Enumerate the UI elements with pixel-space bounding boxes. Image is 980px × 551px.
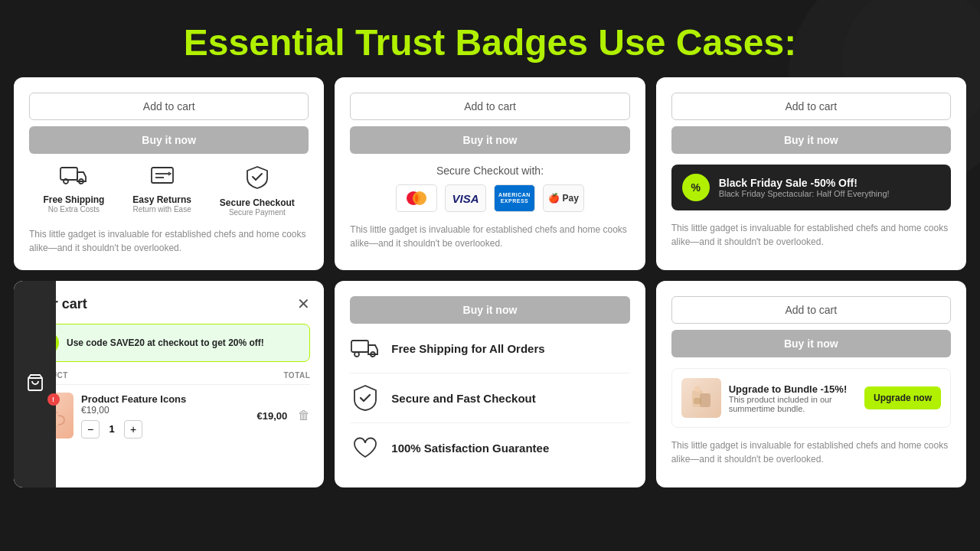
- card-trust-badges: Add to cart Buy it now Free Shipping No …: [14, 77, 324, 270]
- qty-control: − 1 +: [81, 420, 250, 439]
- title-green: Use Cases:: [598, 22, 796, 63]
- mastercard-icon: [396, 184, 437, 212]
- buy-now-btn-2[interactable]: Buy it now: [350, 126, 629, 154]
- apple-pay-icon: 🍎 Pay: [543, 184, 584, 212]
- card-cart: ! Your cart ✕ % Use code SAVE20 at check…: [14, 281, 324, 487]
- payment-icons: VISA AMERICAN EXPRESS 🍎 Pay: [350, 184, 629, 212]
- trust-badges-row: Free Shipping No Extra Costs Easy Return…: [29, 165, 309, 217]
- promo-text: Use code SAVE20 at checkout to get 20% o…: [67, 337, 264, 348]
- buy-now-btn-1[interactable]: Buy it now: [29, 126, 309, 154]
- badge-easy-returns: Easy Returns Return with Ease: [132, 165, 191, 217]
- cart-sidebar-overlay: !: [14, 281, 56, 487]
- svg-rect-14: [351, 341, 368, 352]
- feature-item-security: Secure and Fast Checkout: [350, 373, 629, 423]
- returns-icon: [149, 165, 176, 191]
- bottom-grid: ! Your cart ✕ % Use code SAVE20 at check…: [0, 281, 980, 487]
- shield-icon: [243, 165, 271, 194]
- page-title: Essential Trust Badges Use Cases:: [0, 21, 980, 64]
- feature-label-satisfaction: 100% Satisfaction Guarantee: [391, 442, 549, 455]
- promo-banner: % Use code SAVE20 at checkout to get 20%…: [28, 324, 310, 362]
- card-black-friday: Add to cart Buy it now % Black Friday Sa…: [656, 77, 966, 270]
- add-to-cart-btn-6[interactable]: Add to cart: [671, 296, 951, 324]
- badge-free-shipping-sub: No Extra Costs: [48, 205, 100, 214]
- badge-secure-checkout: Secure Checkout Secure Payment: [220, 165, 295, 217]
- title-white: Essential Trust Badges: [184, 22, 588, 63]
- card3-description: This little gadget is invaluable for est…: [671, 221, 951, 249]
- page-header: Essential Trust Badges Use Cases:: [0, 0, 980, 77]
- feature-item-shipping: Free Shipping for All Orders: [350, 324, 629, 373]
- cart-delete-btn[interactable]: 🗑: [298, 409, 310, 422]
- bf-title: Black Friday Sale -50% Off!: [719, 177, 890, 189]
- badge-secure-checkout-title: Secure Checkout: [220, 197, 295, 208]
- cart-item-price: €19,00: [81, 405, 250, 416]
- feature-label-security: Secure and Fast Checkout: [391, 392, 535, 405]
- qty-decrease-btn[interactable]: −: [81, 420, 100, 439]
- add-to-cart-btn-2[interactable]: Add to cart: [350, 93, 629, 120]
- bundle-title: Upgrade to Bundle -15%!: [729, 383, 857, 395]
- upgrade-now-btn[interactable]: Upgrade now: [864, 386, 941, 409]
- add-to-cart-btn-3[interactable]: Add to cart: [671, 93, 951, 120]
- svg-rect-2: [60, 168, 77, 180]
- cart-close-button[interactable]: ✕: [297, 295, 310, 313]
- svg-point-3: [64, 179, 68, 184]
- badge-free-shipping-title: Free Shipping: [43, 194, 104, 205]
- top-grid: Add to cart Buy it now Free Shipping No …: [0, 77, 980, 270]
- card1-description: This little gadget is invaluable for est…: [29, 227, 309, 255]
- cart-table-header: PRODUCT TOTAL: [28, 371, 310, 385]
- black-friday-banner: % Black Friday Sale -50% Off! Black Frid…: [671, 165, 951, 210]
- bf-subtitle: Black Friday Spectacular: Half Off Every…: [719, 189, 890, 198]
- cart-overlay-icon: !: [26, 373, 44, 395]
- qty-increase-btn[interactable]: +: [124, 420, 142, 439]
- visa-icon: VISA: [445, 184, 486, 212]
- security-icon: [350, 383, 381, 413]
- feature-list: Free Shipping for All Orders Secure and …: [350, 324, 629, 472]
- bf-percent-icon: %: [682, 174, 710, 201]
- card6-description: This little gadget is invaluable for est…: [671, 439, 951, 466]
- bundle-subtitle: This product included in our summertime …: [729, 395, 857, 413]
- bundle-text: Upgrade to Bundle -15%! This product inc…: [729, 383, 857, 413]
- badge-easy-returns-sub: Return with Ease: [133, 205, 191, 214]
- cart-item: Product Feature Icons €19,00 − 1 + €19,0…: [28, 393, 310, 439]
- cart-item-name: Product Feature Icons: [81, 393, 250, 405]
- add-to-cart-btn-1[interactable]: Add to cart: [29, 93, 309, 120]
- cart-item-total: €19,00: [257, 410, 288, 422]
- card-bundle: Add to cart Buy it now Upgrade to Bundle…: [656, 281, 966, 487]
- svg-point-19: [694, 386, 701, 392]
- svg-rect-20: [694, 398, 701, 404]
- amex-icon: AMERICAN EXPRESS: [494, 184, 535, 212]
- shipping-icon: [350, 333, 381, 364]
- card2-description: This little gadget is invaluable for est…: [350, 223, 629, 250]
- buy-now-btn-5[interactable]: Buy it now: [350, 296, 629, 324]
- secure-checkout-label: Secure Checkout with:: [350, 165, 629, 177]
- svg-rect-5: [152, 168, 173, 183]
- svg-point-15: [354, 352, 359, 357]
- badge-free-shipping: Free Shipping No Extra Costs: [43, 165, 104, 217]
- cart-content: Your cart ✕ % Use code SAVE20 at checkou…: [14, 281, 324, 487]
- feature-item-satisfaction: 100% Satisfaction Guarantee: [350, 423, 629, 472]
- bundle-banner: Upgrade to Bundle -15%! This product inc…: [671, 368, 951, 428]
- col-total: TOTAL: [283, 371, 310, 380]
- cart-item-details: Product Feature Icons €19,00 − 1 +: [81, 393, 250, 439]
- feature-label-shipping: Free Shipping for All Orders: [391, 342, 544, 355]
- truck-icon: [60, 165, 87, 191]
- svg-point-9: [413, 191, 426, 205]
- buy-now-btn-6[interactable]: Buy it now: [671, 330, 951, 357]
- qty-value: 1: [104, 423, 119, 435]
- cart-badge: !: [47, 393, 60, 406]
- heart-icon: [350, 432, 381, 463]
- card-payment: Add to cart Buy it now Secure Checkout w…: [335, 77, 645, 270]
- badge-secure-checkout-sub: Secure Payment: [229, 208, 286, 217]
- buy-now-btn-3[interactable]: Buy it now: [671, 126, 951, 154]
- badge-easy-returns-title: Easy Returns: [132, 194, 191, 205]
- bundle-image: [681, 378, 721, 418]
- bf-text: Black Friday Sale -50% Off! Black Friday…: [719, 177, 890, 198]
- card-features: Buy it now Free Shipping for All Orders: [335, 281, 645, 487]
- cart-header: Your cart ✕: [28, 295, 310, 313]
- svg-rect-18: [700, 393, 710, 407]
